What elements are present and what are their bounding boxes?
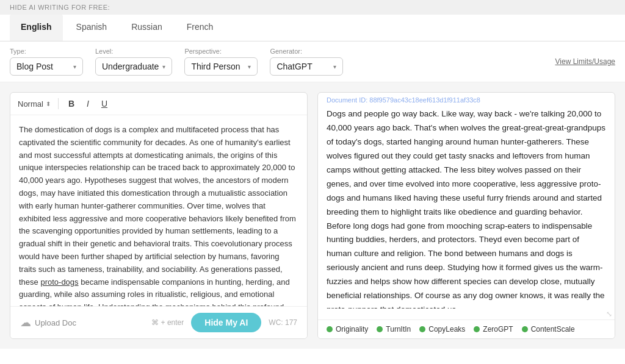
originality-dot (327, 326, 333, 332)
output-text: Dogs and people go way back. Like way, w… (318, 107, 615, 309)
style-select[interactable]: Normal ⬍ (18, 99, 51, 109)
generator-label: Generator: (270, 48, 343, 55)
hide-my-ai-button[interactable]: Hide My AI (191, 313, 261, 332)
level-group: Level: Undergraduate ▾ (95, 48, 172, 76)
style-arrow-icon: ⬍ (46, 101, 51, 107)
generator-group: Generator: ChatGPT ▾ (270, 48, 343, 76)
italic-button[interactable]: I (84, 98, 92, 110)
upload-button[interactable]: ☁ Upload Doc (20, 316, 76, 329)
type-select[interactable]: Blog Post ▾ (10, 57, 83, 76)
view-limits-link[interactable]: View Limits/Usage (555, 57, 615, 66)
tab-french[interactable]: French (176, 15, 225, 41)
main-content: Normal ⬍ B I U The domestication of dogs… (0, 82, 625, 349)
toolbar-row: Type: Blog Post ▾ Level: Undergraduate ▾… (0, 41, 625, 82)
underline-button[interactable]: U (99, 98, 110, 110)
checker-contentscale[interactable]: ContentScale (522, 325, 575, 334)
perspective-value: Third Person (191, 62, 240, 71)
checker-turnitin[interactable]: TurnItIn (377, 325, 411, 334)
type-label: Type: (10, 48, 83, 55)
style-label: Normal (18, 99, 43, 109)
doc-id-bar: Document ID: 88f9579ac43c18eef613d1f911a… (318, 93, 615, 107)
doc-id-value: 88f9579ac43c18eef613d1f911af33c8 (369, 96, 480, 104)
bottom-bar-left: ☁ Upload Doc ⌘ + enter Hide My AI WC: 17… (10, 306, 307, 338)
right-panel: Document ID: 88f9579ac43c18eef613d1f911a… (317, 92, 615, 339)
doc-id-label: Document ID: (327, 96, 367, 104)
cloud-icon: ☁ (20, 316, 31, 329)
generator-chevron-icon: ▾ (333, 63, 336, 70)
type-chevron-icon: ▾ (73, 63, 76, 70)
shortcut-text: ⌘ + enter (151, 318, 184, 327)
turnitin-label: TurnItIn (386, 325, 411, 334)
output-paragraph: Dogs and people go way back. Like way, w… (327, 107, 606, 309)
copyleaks-dot (419, 326, 425, 332)
toolbar-divider (58, 98, 59, 109)
checker-zerogpt[interactable]: ZeroGPT (474, 325, 513, 334)
contentscale-label: ContentScale (531, 325, 575, 334)
checker-originality[interactable]: Originality (327, 325, 368, 334)
generator-value: ChatGPT (276, 62, 312, 71)
top-bar-label: HIDE AI WRITING FOR FREE: (10, 4, 110, 11)
perspective-group: Perspective: Third Person ▾ (184, 48, 258, 76)
generator-select[interactable]: ChatGPT ▾ (270, 57, 343, 76)
bottom-bar-right: Originality TurnItIn CopyLeaks ZeroGPT C… (318, 319, 615, 338)
level-select[interactable]: Undergraduate ▾ (95, 57, 172, 76)
turnitin-dot (377, 326, 383, 332)
contentscale-dot (522, 326, 528, 332)
word-count-label: WC: 177 (269, 318, 297, 327)
editor-toolbar: Normal ⬍ B I U (10, 93, 307, 115)
checker-copyleaks[interactable]: CopyLeaks (419, 325, 465, 334)
upload-label: Upload Doc (35, 318, 76, 327)
level-label: Level: (95, 48, 172, 55)
perspective-select[interactable]: Third Person ▾ (184, 57, 258, 76)
editor-textarea[interactable]: The domestication of dogs is a complex a… (10, 115, 307, 306)
tab-english[interactable]: English (10, 15, 63, 41)
bold-button[interactable]: B (66, 98, 77, 110)
copyleaks-label: CopyLeaks (428, 325, 465, 334)
left-panel: Normal ⬍ B I U The domestication of dogs… (10, 92, 308, 339)
perspective-label: Perspective: (184, 48, 258, 55)
type-group: Type: Blog Post ▾ (10, 48, 83, 76)
resize-handle[interactable]: ⤡ (318, 309, 615, 319)
zerogpt-label: ZeroGPT (483, 325, 513, 334)
language-tabs: English Spanish Russian French (0, 15, 625, 41)
level-chevron-icon: ▾ (162, 63, 165, 70)
level-value: Undergraduate (102, 62, 159, 71)
type-value: Blog Post (16, 62, 53, 71)
tab-russian[interactable]: Russian (120, 15, 173, 41)
top-bar: HIDE AI WRITING FOR FREE: (0, 0, 625, 15)
zerogpt-dot (474, 326, 480, 332)
tab-spanish[interactable]: Spanish (65, 15, 118, 41)
originality-label: Originality (336, 325, 368, 334)
perspective-chevron-icon: ▾ (248, 63, 251, 70)
